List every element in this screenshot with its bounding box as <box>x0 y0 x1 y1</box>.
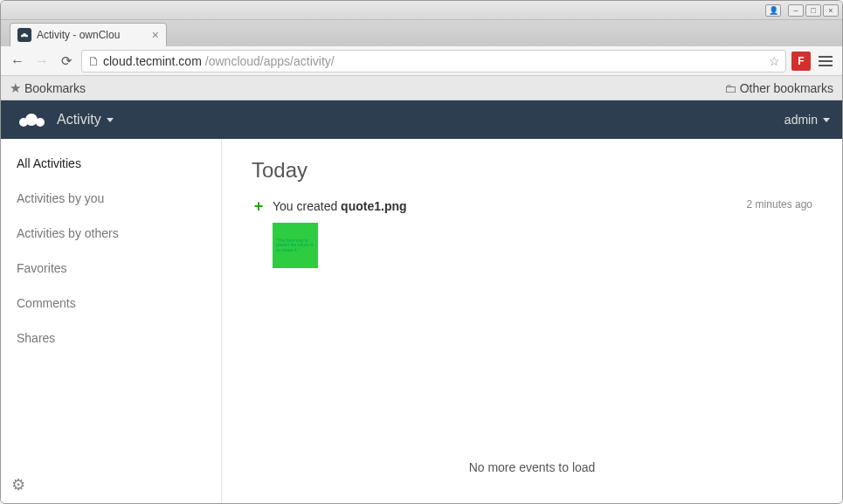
app-title-dropdown[interactable]: Activity <box>57 112 114 128</box>
activity-prefix: You created <box>273 199 341 213</box>
browser-tab-strip: Activity - ownClou × <box>1 20 842 46</box>
sidebar-item-shares[interactable]: Shares <box>1 321 221 356</box>
app-header: Activity admin <box>1 100 842 139</box>
user-menu[interactable]: admin <box>784 113 830 127</box>
app-title-label: Activity <box>57 112 101 128</box>
forward-button[interactable]: → <box>32 52 52 71</box>
svg-point-4 <box>25 114 38 126</box>
tab-title: Activity - ownClou <box>37 29 120 41</box>
owncloud-logo[interactable] <box>13 109 52 130</box>
sidebar-item-comments[interactable]: Comments <box>1 286 221 321</box>
settings-gear-icon[interactable]: ⚙ <box>11 475 25 494</box>
back-button[interactable]: ← <box>8 52 27 71</box>
browser-menu-button[interactable] <box>816 52 835 71</box>
sidebar: All Activities Activities by you Activit… <box>1 139 222 503</box>
browser-tab[interactable]: Activity - ownClou × <box>10 23 167 46</box>
browser-toolbar: ← → ⟳ 🗋 cloud.tecmint.com/owncloud/apps/… <box>1 46 842 76</box>
activity-filename[interactable]: quote1.png <box>341 199 406 213</box>
main-area: All Activities Activities by you Activit… <box>1 139 842 503</box>
tab-close-icon[interactable]: × <box>152 28 159 42</box>
caret-down-icon <box>823 118 830 122</box>
other-bookmarks[interactable]: 🗀 Other bookmarks <box>724 81 833 95</box>
url-domain: cloud.tecmint.com <box>103 54 202 68</box>
svg-point-5 <box>36 118 45 127</box>
star-icon: ★ <box>10 80 21 96</box>
folder-icon: 🗀 <box>724 81 736 95</box>
content-panel: Today + You created quote1.png 2 minutes… <box>222 139 842 503</box>
user-label: admin <box>784 113 818 127</box>
plus-icon: + <box>252 199 266 213</box>
url-bar[interactable]: 🗋 cloud.tecmint.com/owncloud/apps/activi… <box>81 50 786 72</box>
no-more-events-text: No more events to load <box>252 460 812 474</box>
page-icon: 🗋 <box>87 54 100 68</box>
reload-button[interactable]: ⟳ <box>57 52 76 71</box>
flipboard-extension-icon[interactable]: F <box>791 52 811 71</box>
bookmark-star-icon[interactable]: ☆ <box>769 54 780 68</box>
url-path: /owncloud/apps/activity/ <box>205 54 335 68</box>
activity-body: You created quote1.png <box>273 198 740 214</box>
os-user-button[interactable]: 👤 <box>765 4 781 17</box>
day-heading: Today <box>252 158 812 183</box>
activity-text: You created quote1.png <box>273 199 407 213</box>
os-minimize-button[interactable]: – <box>788 4 804 17</box>
bookmarks-label[interactable]: Bookmarks <box>24 81 86 95</box>
os-close-button[interactable]: × <box>823 4 839 17</box>
sidebar-item-all-activities[interactable]: All Activities <box>1 146 221 181</box>
file-thumbnail[interactable]: "The best way to predict the future is t… <box>273 223 318 268</box>
sidebar-item-activities-by-you[interactable]: Activities by you <box>1 181 221 216</box>
svg-point-2 <box>25 35 28 38</box>
owncloud-favicon <box>17 28 31 42</box>
bookmarks-bar: ★ Bookmarks 🗀 Other bookmarks <box>1 76 842 100</box>
other-bookmarks-label: Other bookmarks <box>740 81 833 95</box>
sidebar-item-activities-by-others[interactable]: Activities by others <box>1 216 221 251</box>
os-maximize-button[interactable]: □ <box>805 4 821 17</box>
caret-down-icon <box>107 118 114 122</box>
activity-row: + You created quote1.png 2 minutes ago <box>252 198 812 214</box>
sidebar-item-favorites[interactable]: Favorites <box>1 251 221 286</box>
activity-time: 2 minutes ago <box>747 198 812 211</box>
os-titlebar: 👤 – □ × <box>1 1 842 20</box>
